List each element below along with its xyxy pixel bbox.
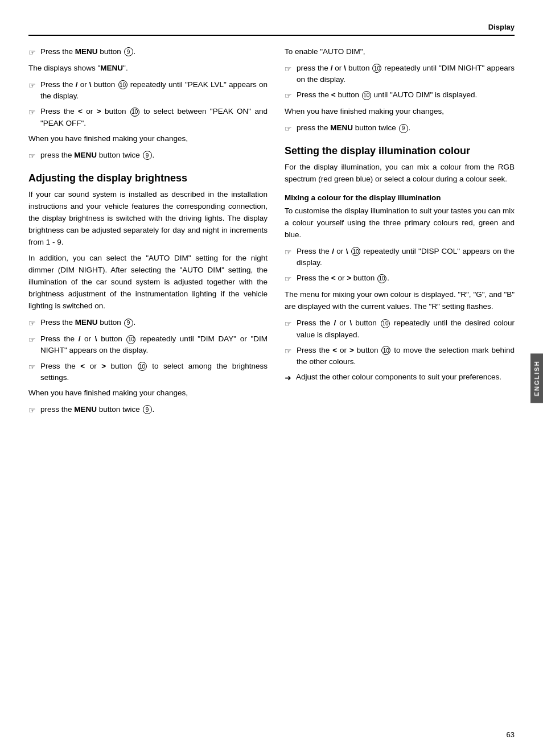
bullet-arrow-icon-8: ☞	[28, 404, 36, 416]
bullet-press-menu-twice-3: ☞ press the MENU button twice 9.	[285, 122, 515, 135]
menu-mix-text: The menu for mixing your own colour is d…	[285, 289, 515, 313]
bullet-arrow-icon-12: ☞	[285, 246, 292, 258]
bullet-lr-button-col: ☞ Press the < or > button 10.	[285, 272, 515, 285]
lr-button-col-text: Press the < or > button 10.	[297, 272, 515, 284]
bullet-brightness-select: ☞ Press the < or > button 10 to select a…	[28, 361, 268, 384]
bullet-arrow-icon-16: ➜	[285, 372, 291, 384]
circle-9c: 9	[124, 319, 133, 328]
bullet-press-menu-adj: ☞ Press the MENU button 9.	[28, 317, 268, 329]
circle-10j: 10	[381, 346, 390, 355]
when-finished-1: When you have finished making your chang…	[28, 133, 268, 145]
circle-10c: 10	[126, 335, 135, 344]
bullet-selection-mark: ☞ Press the < or > button 10 to move the…	[285, 345, 515, 368]
bullet-arrow-icon-14: ☞	[285, 318, 292, 330]
auto-dim-intro: To enable "AUTO DIM",	[285, 46, 515, 58]
page-number: 63	[507, 730, 515, 739]
circle-9d: 9	[143, 405, 152, 414]
bullet-arrow-icon-10: ☞	[285, 90, 292, 102]
bullet-colour-value: ☞ Press the / or \ button 10 repeatedly …	[285, 317, 515, 341]
page: Display ☞ Press the MENU button 9. The d…	[0, 0, 543, 756]
circle-10d: 10	[138, 362, 147, 371]
bullet-dim-day-night: ☞ Press the / or \ button 10 repeatedly …	[28, 333, 268, 357]
press-menu-adj-text: Press the MENU button 9.	[40, 317, 268, 328]
circle-10f: 10	[362, 91, 371, 100]
illumination-para1: For the display illumination, you can mi…	[285, 162, 515, 185]
illumination-para2: To customise the display illumination to…	[285, 205, 515, 241]
peak-select-text: Press the < or > button 10 to select bet…	[40, 106, 268, 129]
adj-brightness-heading: Adjusting the display brightness	[28, 172, 268, 184]
illumination-heading: Setting the display illumination colour	[285, 145, 515, 157]
press-menu-text: Press the MENU button 9.	[40, 46, 268, 57]
two-column-layout: ☞ Press the MENU button 9. The displays …	[28, 46, 515, 420]
bullet-arrow-icon-3: ☞	[28, 106, 36, 118]
bullet-arrow-icon-7: ☞	[28, 361, 36, 373]
circle-9: 9	[124, 47, 133, 56]
peak-lvl-text: Press the / or \ button 10 repeatedly un…	[40, 79, 268, 102]
circle-10e: 10	[372, 64, 381, 73]
dim-day-night-text: Press the / or \ button 10 repeatedly un…	[40, 333, 268, 357]
bullet-press-menu-twice-1: ☞ press the MENU button twice 9.	[28, 150, 268, 162]
bullet-press-menu-9: ☞ Press the MENU button 9.	[28, 46, 268, 59]
press-menu-twice-text-3: press the MENU button twice 9.	[297, 122, 515, 134]
dim-night-text: press the / or \ button 10 repeatedly un…	[297, 63, 515, 86]
selection-mark-text: Press the < or > button 10 to move the s…	[297, 345, 515, 368]
mixing-colour-subheading: Mixing a colour for the display illumina…	[285, 193, 515, 202]
circle-10g: 10	[351, 247, 360, 256]
bullet-arrow-icon-15: ☞	[285, 345, 292, 357]
bullet-arrow-icon-2: ☞	[28, 80, 36, 92]
header-title: Display	[488, 23, 515, 31]
displays-shows-menu: The displays shows "MENU".	[28, 63, 268, 75]
bullet-dim-night: ☞ press the / or \ button 10 repeatedly …	[285, 63, 515, 86]
bullet-arrow-icon-11: ☞	[285, 123, 292, 135]
bullet-press-menu-twice-2: ☞ press the MENU button twice 9.	[28, 404, 268, 416]
bullet-arrow-icon-4: ☞	[28, 150, 36, 162]
left-column: ☞ Press the MENU button 9. The displays …	[28, 46, 268, 420]
sidebar-language-label: ENGLISH	[530, 353, 543, 403]
when-finished-2: When you have finished making your chang…	[28, 387, 268, 399]
colour-value-text: Press the / or \ button 10 repeatedly un…	[297, 317, 515, 341]
bullet-arrow-icon-5: ☞	[28, 317, 36, 329]
page-header: Display	[28, 23, 515, 36]
bullet-peak-lvl: ☞ Press the / or \ button 10 repeatedly …	[28, 79, 268, 102]
circle-9e: 9	[399, 124, 408, 133]
adj-brightness-para1: If your car sound system is installed as…	[28, 189, 268, 249]
circle-9b: 9	[143, 151, 152, 160]
bullet-auto-dim: ☞ Press the < button 10 until "AUTO DIM"…	[285, 89, 515, 102]
circle-10i: 10	[381, 319, 390, 328]
press-menu-twice-text-1: press the MENU button twice 9.	[40, 150, 268, 161]
bullet-arrow-icon-6: ☞	[28, 334, 36, 346]
auto-dim-text: Press the < button 10 until "AUTO DIM" i…	[297, 89, 515, 101]
press-menu-twice-text-2: press the MENU button twice 9.	[40, 404, 268, 415]
adjust-other-text: Adjust the other colour components to su…	[296, 371, 515, 383]
circle-10b: 10	[130, 108, 139, 117]
bullet-disp-col: ☞ Press the / or \ 10 repeatedly until "…	[285, 246, 515, 269]
when-finished-3: When you have finished making your chang…	[285, 106, 515, 118]
brightness-select-text: Press the < or > button 10 to select amo…	[40, 361, 268, 384]
adj-brightness-para2: In addition, you can select the "AUTO DI…	[28, 253, 268, 312]
circle-10a: 10	[118, 80, 127, 89]
disp-col-text: Press the / or \ 10 repeatedly until "DI…	[297, 246, 515, 269]
bullet-arrow-icon: ☞	[28, 47, 36, 59]
bullet-arrow-icon-13: ☞	[285, 273, 292, 285]
bullet-peak-select: ☞ Press the < or > button 10 to select b…	[28, 106, 268, 129]
right-column: To enable "AUTO DIM", ☞ press the / or \…	[285, 46, 515, 420]
bullet-adjust-other: ➜ Adjust the other colour components to …	[285, 371, 515, 384]
bullet-arrow-icon-9: ☞	[285, 63, 292, 75]
circle-10h: 10	[377, 274, 386, 283]
